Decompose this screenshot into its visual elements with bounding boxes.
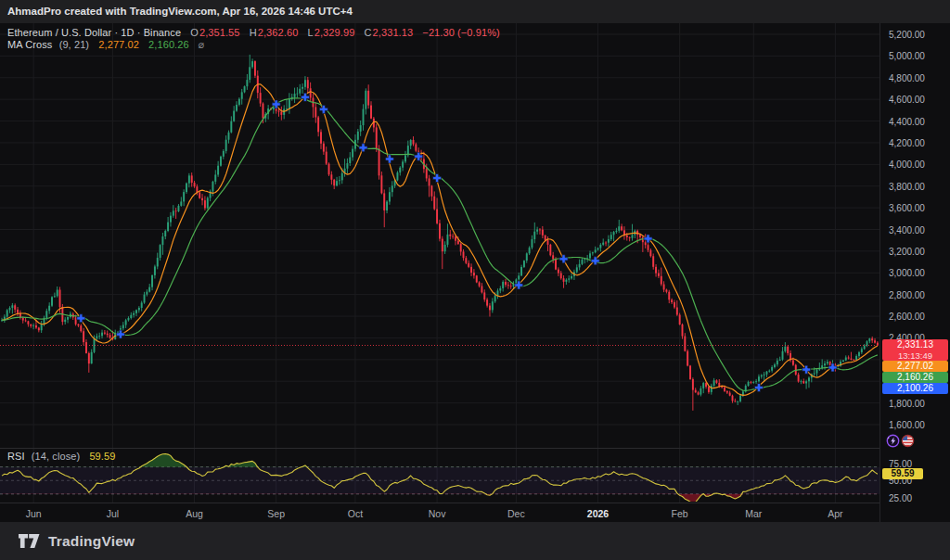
price-tick-label: 3,800.00 — [889, 182, 925, 192]
last-price-label: 2,331.1313:13:49 — [882, 339, 948, 361]
tradingview-logo-icon — [19, 533, 40, 549]
rsi-params: (14, close) — [32, 451, 80, 462]
time-axis-label-Apr: Apr — [815, 508, 855, 519]
level-price-label: 2,100.26 — [882, 383, 948, 394]
countdown-timer: 13:13:49 — [882, 350, 948, 361]
chart-region[interactable]: Ethereum / U.S. Dollar · 1D · Binance O2… — [0, 23, 950, 522]
price-tick-label: 5,200.00 — [889, 30, 925, 40]
time-axis-label-Jul: Jul — [92, 508, 133, 519]
candlesticks — [1, 55, 879, 411]
open-value: 2,351.55 — [199, 27, 240, 38]
symbol-title[interactable]: Ethereum / U.S. Dollar · 1D · Binance — [7, 27, 181, 38]
high-label: H — [250, 27, 257, 38]
price-tick-label: 4,400.00 — [889, 117, 925, 127]
close-label: C — [365, 27, 372, 38]
attribution-text: AhmadPro created with TradingView.com, A… — [7, 6, 353, 17]
price-tick-label: 3,000.00 — [889, 268, 925, 278]
rsi-value: 59.59 — [89, 451, 115, 462]
price-tick-label: 3,400.00 — [889, 225, 925, 235]
time-axis-label-Aug: Aug — [174, 508, 215, 519]
low-label: L — [308, 27, 314, 38]
price-tick-label: 3,200.00 — [889, 247, 925, 257]
high-value: 2,362.60 — [258, 27, 299, 38]
price-tick-label: 3,600.00 — [889, 203, 925, 213]
ma-fast-price-label: 2,277.02 — [882, 361, 948, 372]
rsi-title[interactable]: RSI — [7, 451, 25, 462]
rsi-tick-label: 25.00 — [889, 493, 912, 503]
time-axis-label-Sep: Sep — [256, 508, 297, 519]
time-axis-label-Jun: Jun — [13, 508, 54, 519]
time-axis-label-Mar: Mar — [733, 508, 774, 519]
rsi-value-label: 59.59 — [882, 468, 923, 479]
price-tick-label: 1,800.00 — [889, 399, 925, 409]
ma-fast-value: 2,277.02 — [98, 39, 139, 50]
change-value: −21.30 (−0.91%) — [422, 27, 499, 38]
price-tick-label: 4,000.00 — [889, 159, 925, 170]
ma-cross-title[interactable]: MA Cross — [7, 39, 52, 50]
ma-slow-value: 2,160.26 — [148, 39, 189, 50]
boost-icon[interactable] — [886, 434, 900, 448]
close-value: 2,331.13 — [373, 27, 414, 38]
brand-bar: TradingView — [0, 522, 950, 560]
open-label: O — [190, 27, 199, 38]
price-chart-canvas[interactable] — [0, 23, 879, 522]
time-axis-label-Oct: Oct — [335, 508, 376, 519]
price-tick-label: 2,600.00 — [889, 312, 925, 322]
price-tick-label: 1,600.00 — [889, 420, 925, 430]
price-tick-label: 4,200.00 — [889, 138, 925, 148]
scale-corner-icons — [886, 434, 915, 448]
usd-flag-icon[interactable] — [901, 434, 915, 448]
price-tick-label: 2,800.00 — [889, 290, 925, 300]
ma-slow-line — [2, 98, 878, 391]
ma-cross-markers — [77, 93, 837, 391]
attribution-bar: AhmadPro created with TradingView.com, A… — [0, 0, 950, 23]
ma-slow-price-label: 2,160.26 — [882, 372, 948, 383]
time-axis-label-Dec: Dec — [495, 508, 536, 519]
time-axis-label-Feb: Feb — [660, 508, 700, 519]
ma-cross-legend: MA Cross (9, 21) 2,277.02 2,160.26 ⌀ — [7, 39, 205, 51]
grid-lines — [0, 23, 879, 503]
price-axis[interactable]: 5,200.005,000.004,800.004,600.004,400.00… — [879, 23, 950, 522]
main-legend: Ethereum / U.S. Dollar · 1D · Binance O2… — [7, 27, 500, 38]
price-tick-label: 4,800.00 — [889, 73, 925, 83]
brand-name: TradingView — [48, 533, 135, 550]
price-tick-label: 5,000.00 — [889, 51, 925, 61]
time-axis-label-2026: 2026 — [578, 508, 619, 519]
price-tick-label: 4,600.00 — [889, 95, 925, 105]
rsi-legend: RSI (14, close) 59.59 — [7, 451, 115, 462]
low-value: 2,329.99 — [315, 27, 355, 38]
legend-more-icon[interactable]: ⌀ — [199, 39, 205, 50]
time-axis-label-Nov: Nov — [417, 508, 457, 519]
ma-cross-params: (9, 21) — [59, 39, 90, 50]
